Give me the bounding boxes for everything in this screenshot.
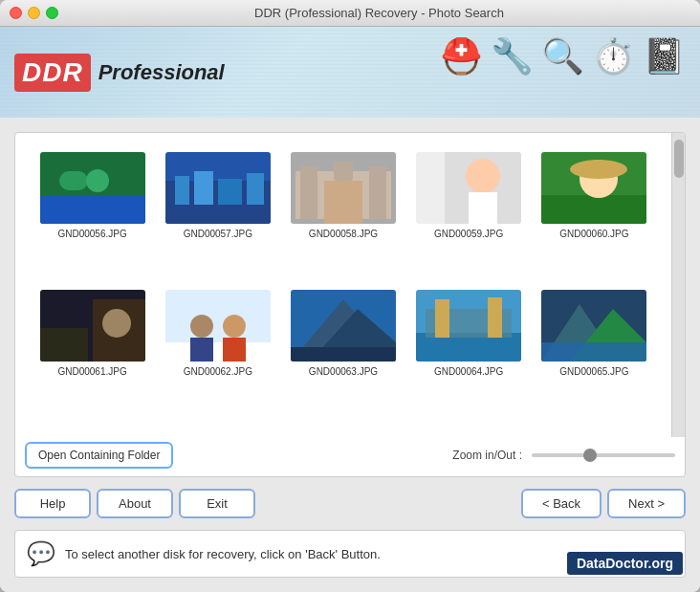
watermark: DataDoctor.org (567, 552, 683, 575)
photo-grid: GND00056.JPGGND00057.JPGGND00058.JPGGND0… (15, 133, 671, 437)
logo-area: DDR Professional (14, 54, 225, 92)
photo-filename: GND00059.JPG (434, 229, 503, 239)
photo-thumbnail (541, 290, 646, 362)
svg-rect-2 (59, 171, 88, 190)
photo-filename: GND00061.JPG (57, 366, 126, 377)
photo-item[interactable]: GND00060.JPG (532, 147, 657, 285)
photo-thumbnail (416, 290, 521, 362)
photo-filename: GND00065.JPG (559, 366, 628, 377)
svg-rect-37 (291, 347, 396, 362)
svg-rect-33 (223, 338, 246, 362)
logo-ddr: DDR (14, 54, 91, 92)
svg-rect-8 (218, 179, 242, 205)
app-header: DDR Professional ⛑️ 🔧 🔍 ⏱️ 📓 (0, 27, 700, 118)
svg-rect-19 (469, 192, 497, 224)
photo-thumbnail (40, 152, 145, 224)
photo-item[interactable]: GND00065.JPG (532, 285, 657, 423)
header-icons: ⛑️ 🔧 🔍 ⏱️ 📓 (440, 36, 686, 77)
svg-point-30 (190, 315, 213, 338)
photo-item[interactable]: GND00063.JPG (280, 285, 405, 423)
photo-filename: GND00058.JPG (309, 229, 378, 239)
svg-rect-14 (324, 181, 362, 224)
bottom-bar: Help About Exit < Back Next > (14, 487, 686, 520)
photo-thumbnail (541, 152, 646, 224)
svg-rect-7 (194, 171, 213, 205)
svg-point-18 (466, 159, 500, 193)
title-bar: DDR (Professional) Recovery - Photo Sear… (0, 0, 700, 27)
search-icon: 🔍 (541, 36, 584, 77)
grid-scroll-area: GND00056.JPGGND00057.JPGGND00058.JPGGND0… (15, 133, 685, 437)
zoom-slider[interactable] (532, 453, 675, 457)
svg-rect-42 (488, 297, 502, 338)
svg-rect-12 (300, 166, 317, 219)
svg-rect-29 (165, 342, 271, 362)
photo-item[interactable]: GND00061.JPG (30, 285, 155, 423)
scrollbar-track[interactable] (671, 133, 685, 437)
photo-filename: GND00060.JPG (559, 229, 628, 239)
photo-thumbnail (165, 152, 271, 224)
photo-item[interactable]: GND00057.JPG (155, 147, 280, 285)
main-window: DDR (Professional) Recovery - Photo Sear… (0, 0, 700, 592)
photo-filename: GND00056.JPG (57, 229, 126, 239)
zoom-label: Zoom in/Out : (452, 449, 522, 462)
svg-rect-21 (541, 195, 646, 224)
logo-professional: Professional (98, 60, 225, 85)
open-folder-button[interactable]: Open Containing Folder (25, 442, 173, 469)
svg-rect-41 (435, 299, 449, 338)
helmet-icon: ⛑️ (440, 36, 483, 77)
info-icon: 💬 (27, 540, 55, 567)
help-button[interactable]: Help (14, 489, 91, 518)
minimize-button[interactable] (28, 7, 40, 19)
photo-grid-container: GND00056.JPGGND00057.JPGGND00058.JPGGND0… (14, 132, 686, 477)
photo-filename: GND00057.JPG (184, 229, 252, 239)
photo-filename: GND00062.JPG (184, 366, 252, 377)
svg-rect-13 (369, 166, 386, 219)
svg-rect-25 (40, 328, 88, 362)
maximize-button[interactable] (46, 7, 58, 19)
svg-point-31 (223, 315, 246, 338)
svg-point-3 (86, 169, 109, 192)
main-content: GND00056.JPGGND00057.JPGGND00058.JPGGND0… (0, 118, 700, 592)
svg-rect-32 (190, 338, 213, 362)
exit-button[interactable]: Exit (179, 489, 255, 518)
photo-thumbnail (291, 152, 396, 224)
photo-item[interactable]: GND00064.JPG (406, 285, 532, 423)
scrollbar-thumb[interactable] (674, 140, 684, 178)
photo-thumbnail (40, 290, 145, 362)
close-button[interactable] (10, 7, 22, 19)
svg-point-23 (570, 160, 627, 179)
svg-rect-9 (247, 173, 264, 205)
next-button[interactable]: Next > (607, 489, 686, 518)
svg-rect-15 (334, 162, 353, 181)
svg-point-27 (102, 309, 131, 338)
photo-thumbnail (416, 152, 521, 224)
photo-filename: GND00063.JPG (309, 366, 378, 377)
photo-item[interactable]: GND00056.JPG (30, 147, 155, 285)
photo-item[interactable]: GND00058.JPG (280, 147, 405, 285)
tools-icon: 🔧 (491, 36, 534, 77)
photo-item[interactable]: GND00062.JPG (155, 285, 280, 423)
svg-rect-6 (175, 176, 189, 205)
info-message: To select another disk for recovery, cli… (65, 547, 381, 561)
stopwatch-icon: ⏱️ (592, 36, 635, 77)
about-button[interactable]: About (97, 489, 173, 518)
zoom-row: Open Containing Folder Zoom in/Out : (15, 437, 685, 476)
photo-filename: GND00064.JPG (434, 366, 503, 377)
window-title: DDR (Professional) Recovery - Photo Sear… (68, 6, 690, 20)
photo-thumbnail (165, 290, 271, 362)
book-icon: 📓 (643, 36, 686, 77)
photo-item[interactable]: GND00059.JPG (406, 147, 532, 285)
traffic-lights (10, 7, 58, 19)
svg-rect-1 (40, 195, 145, 224)
back-button[interactable]: < Back (521, 489, 602, 518)
svg-rect-46 (541, 342, 646, 362)
photo-thumbnail (291, 290, 396, 362)
